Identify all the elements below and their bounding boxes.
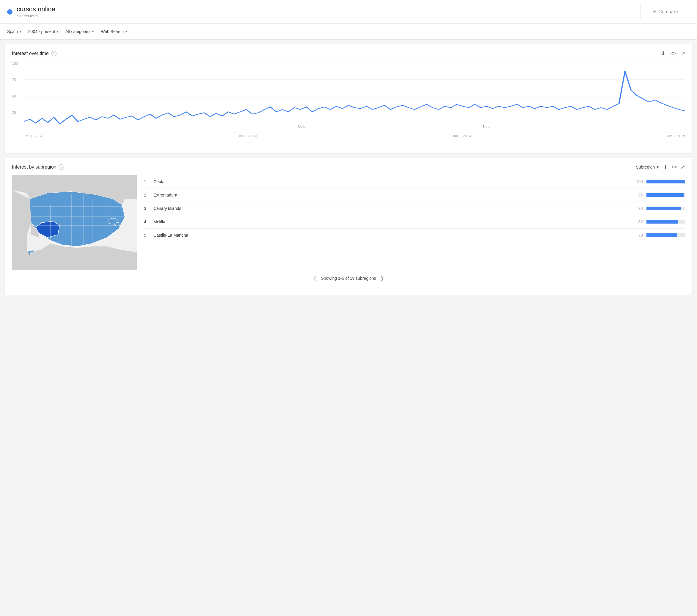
embed-icon[interactable]: <> [670,51,676,56]
subregion-value: 96 [632,193,643,197]
interest-over-time-chart: 100 75 50 25 Note [12,62,685,145]
interest-by-subregion-title: Interest by subregion [12,164,56,170]
subregion-rank: 1 [144,179,150,184]
subregion-list: 1 Ceuta 100 2 Extremadura 96 3 Canary Is… [144,175,685,270]
interest-by-subregion-card: Interest by subregion ? Subregion ▾ ⬇ <>… [5,158,692,295]
x-axis-labels: Jan 1, 2004 Jan 1, 2009 Jan 1, 2014 Jan … [12,134,685,138]
spain-map [12,175,137,270]
subregion-embed-icon[interactable]: <> [671,164,677,170]
compare-button[interactable]: + Compare [641,8,690,15]
subregion-dropdown-label: Subregion [636,165,655,169]
region-filter-label: Spain [7,29,18,34]
x-label-2019: Jan 1, 2019 [666,134,685,138]
subregion-bar-container [647,180,685,183]
interest-over-time-title: Interest over time [12,51,49,56]
subregion-bar-container [647,193,685,197]
compare-plus-icon: + [653,8,656,15]
subregion-rank: 3 [144,206,150,211]
share-icon[interactable]: ↗ [681,50,685,57]
subregion-content: 1 Ceuta 100 2 Extremadura 96 3 Canary Is… [12,175,685,270]
list-item: 2 Extremadura 96 [144,189,685,202]
list-item: 4 Melilla 82 [144,215,685,229]
subregion-section-actions: Subregion ▾ ⬇ <> ↗ [635,164,685,170]
top-bar: cursos online Search term + Compare [0,0,697,24]
subregion-bar [647,220,678,224]
subregion-bar-container [647,207,685,210]
category-chevron-icon: ▾ [92,30,94,33]
subregion-dropdown-chevron: ▾ [656,165,659,169]
list-item: 3 Canary Islands 90 [144,202,685,215]
subregion-bar-container [647,234,685,237]
search-term-label: Search term [17,14,55,18]
search-term-value: cursos online [17,5,55,13]
date-chevron-icon: ▾ [57,30,58,33]
subregion-name: Castile-La Mancha [153,233,628,238]
subregion-bar [647,207,681,210]
subregion-rank: 5 [144,233,150,238]
interest-by-subregion-help-icon[interactable]: ? [59,164,64,170]
note-2: Note [483,124,490,129]
interest-over-time-card: Interest over time ? ⬇ <> ↗ 100 75 50 25 [5,44,692,153]
note-1: Note [298,124,305,129]
x-label-2014: Jan 1, 2014 [452,134,471,138]
category-filter[interactable]: All categories ▾ [65,28,94,35]
interest-over-time-title-group: Interest over time ? [12,51,57,56]
search-term-text: cursos online Search term [17,5,55,18]
subregion-rank: 2 [144,193,150,197]
pagination-bar: ❮ Showing 1-5 of 19 subregions ❯ [12,270,685,286]
spain-map-svg [12,175,137,270]
subregion-bar [647,193,684,197]
subregion-bar [647,234,677,237]
interest-by-subregion-header: Interest by subregion ? Subregion ▾ ⬇ <>… [12,164,685,170]
date-range-filter[interactable]: 2004 - present ▾ [28,28,58,35]
subregion-bar-container [647,220,685,224]
subregion-value: 90 [632,206,643,211]
y-axis-labels: 100 75 50 25 [12,62,24,127]
svg-point-10 [115,222,120,226]
download-icon[interactable]: ⬇ [661,50,666,57]
search-type-chevron-icon: ▾ [125,30,127,33]
subregion-value: 79 [632,233,643,238]
pagination-next-button[interactable]: ❯ [380,275,384,282]
category-label: All categories [65,29,90,34]
x-label-2004: Jan 1, 2004 [24,134,43,138]
subregion-name: Extremadura [153,193,628,197]
compare-label: Compare [658,9,678,15]
blue-dot-indicator [7,9,13,15]
subregion-share-icon[interactable]: ↗ [681,164,685,170]
region-filter[interactable]: Spain ▾ [7,28,21,35]
chart-svg [24,62,685,133]
subregion-dropdown[interactable]: Subregion ▾ [635,164,660,170]
filter-bar: Spain ▾ 2004 - present ▾ All categories … [0,24,697,40]
search-term-box: cursos online Search term [7,5,641,18]
subregion-name: Ceuta [153,179,628,184]
subregion-bar [647,180,685,183]
subregion-name: Melilla [153,220,628,224]
interest-over-time-help-icon[interactable]: ? [51,51,57,56]
subregion-rank: 4 [144,220,150,224]
pagination-text: Showing 1-5 of 19 subregions [321,276,376,281]
subregion-name: Canary Islands [153,206,628,211]
subregion-value: 82 [632,220,643,224]
interest-over-time-header: Interest over time ? ⬇ <> ↗ [12,50,685,57]
interest-over-time-actions: ⬇ <> ↗ [661,50,685,57]
list-item: 1 Ceuta 100 [144,175,685,189]
pagination-prev-button[interactable]: ❮ [313,275,317,282]
subregion-value: 100 [632,179,643,184]
subregion-download-icon[interactable]: ⬇ [663,164,668,170]
list-item: 5 Castile-La Mancha 79 [144,229,685,242]
search-type-filter[interactable]: Web Search ▾ [101,28,127,35]
x-label-2009: Jan 1, 2009 [238,134,257,138]
region-chevron-icon: ▾ [20,30,21,33]
interest-by-subregion-title-group: Interest by subregion ? [12,164,64,170]
search-type-label: Web Search [101,29,124,34]
date-range-label: 2004 - present [28,29,55,34]
